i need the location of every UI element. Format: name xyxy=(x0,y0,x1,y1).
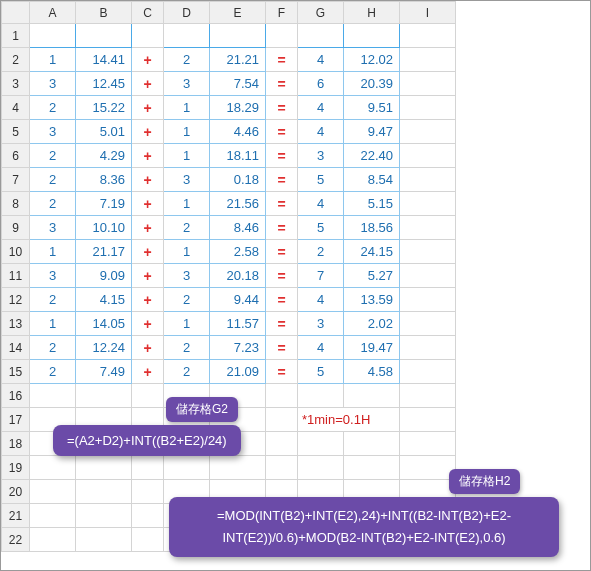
cell-hour[interactable]: 18.29 xyxy=(210,96,266,120)
cell-day[interactable]: 5 xyxy=(298,360,344,384)
cell-hour[interactable]: 9.44 xyxy=(210,288,266,312)
row-header[interactable]: 14 xyxy=(2,336,30,360)
cell[interactable] xyxy=(266,24,298,48)
cell-hour[interactable]: 5.15 xyxy=(344,192,400,216)
op-eq[interactable]: = xyxy=(266,72,298,96)
table-row[interactable]: 13 1 14.05 + 1 11.57 = 3 2.02 xyxy=(2,312,456,336)
hdr-G-day[interactable]: 天 xyxy=(298,24,344,48)
row-header[interactable]: 3 xyxy=(2,72,30,96)
cell-day[interactable]: 4 xyxy=(298,192,344,216)
op-plus[interactable]: + xyxy=(132,216,164,240)
cell-day[interactable]: 2 xyxy=(30,168,76,192)
op-eq[interactable]: = xyxy=(266,240,298,264)
row-header[interactable]: 9 xyxy=(2,216,30,240)
op-eq[interactable]: = xyxy=(266,96,298,120)
cell-hour[interactable]: 14.41 xyxy=(76,48,132,72)
cell-day[interactable]: 1 xyxy=(164,120,210,144)
row-header[interactable]: 19 xyxy=(2,456,30,480)
col-G[interactable]: G xyxy=(298,2,344,24)
hdr-E-hour[interactable]: 時 xyxy=(210,24,266,48)
cell-day[interactable]: 2 xyxy=(30,144,76,168)
cell-hour[interactable]: 2.58 xyxy=(210,240,266,264)
table-row[interactable]: 12 2 4.15 + 2 9.44 = 4 13.59 xyxy=(2,288,456,312)
cell[interactable] xyxy=(400,360,456,384)
cell-hour[interactable]: 7.54 xyxy=(210,72,266,96)
cell-day[interactable]: 2 xyxy=(164,336,210,360)
cell-day[interactable]: 1 xyxy=(30,240,76,264)
cell-day[interactable]: 1 xyxy=(164,312,210,336)
op-plus[interactable]: + xyxy=(132,360,164,384)
cell-day[interactable]: 4 xyxy=(298,96,344,120)
cell-day[interactable]: 2 xyxy=(164,216,210,240)
cell-day[interactable]: 3 xyxy=(30,216,76,240)
cell-hour[interactable]: 20.39 xyxy=(344,72,400,96)
cell[interactable] xyxy=(400,216,456,240)
cell-hour[interactable]: 9.51 xyxy=(344,96,400,120)
cell[interactable] xyxy=(400,336,456,360)
cell-hour[interactable]: 5.27 xyxy=(344,264,400,288)
cell-day[interactable]: 5 xyxy=(298,168,344,192)
cell-day[interactable]: 1 xyxy=(30,312,76,336)
cell[interactable] xyxy=(132,24,164,48)
op-eq[interactable]: = xyxy=(266,288,298,312)
table-row[interactable]: 2 1 14.41 + 2 21.21 = 4 12.02 xyxy=(2,48,456,72)
table-row[interactable]: 3 3 12.45 + 3 7.54 = 6 20.39 xyxy=(2,72,456,96)
op-plus[interactable]: + xyxy=(132,120,164,144)
row-header[interactable]: 18 xyxy=(2,432,30,456)
op-plus[interactable]: + xyxy=(132,144,164,168)
col-H[interactable]: H xyxy=(344,2,400,24)
cell-day[interactable]: 3 xyxy=(30,120,76,144)
cell-hour[interactable]: 21.56 xyxy=(210,192,266,216)
spreadsheet-grid[interactable]: A B C D E F G H I 1 天 時 天 時 天 時 2 1 14.4… xyxy=(1,1,456,552)
cell-hour[interactable]: 15.22 xyxy=(76,96,132,120)
hdr-B-hour[interactable]: 時 xyxy=(76,24,132,48)
col-D[interactable]: D xyxy=(164,2,210,24)
row-header[interactable]: 7 xyxy=(2,168,30,192)
row-header[interactable]: 16 xyxy=(2,384,30,408)
cell-day[interactable]: 2 xyxy=(30,288,76,312)
op-plus[interactable]: + xyxy=(132,288,164,312)
cell-hour[interactable]: 24.15 xyxy=(344,240,400,264)
cell-hour[interactable]: 21.09 xyxy=(210,360,266,384)
table-row[interactable]: 10 1 21.17 + 1 2.58 = 2 24.15 xyxy=(2,240,456,264)
op-eq[interactable]: = xyxy=(266,120,298,144)
col-A[interactable]: A xyxy=(30,2,76,24)
table-row[interactable]: 15 2 7.49 + 2 21.09 = 5 4.58 xyxy=(2,360,456,384)
note[interactable]: *1min=0.1H xyxy=(298,408,400,432)
cell-hour[interactable]: 13.59 xyxy=(344,288,400,312)
op-eq[interactable]: = xyxy=(266,312,298,336)
col-I[interactable]: I xyxy=(400,2,456,24)
cell-day[interactable]: 1 xyxy=(164,240,210,264)
row-header[interactable]: 22 xyxy=(2,528,30,552)
op-eq[interactable]: = xyxy=(266,360,298,384)
cell-hour[interactable]: 4.46 xyxy=(210,120,266,144)
cell-day[interactable]: 2 xyxy=(298,240,344,264)
op-eq[interactable]: = xyxy=(266,264,298,288)
row-header[interactable]: 10 xyxy=(2,240,30,264)
cell-day[interactable]: 2 xyxy=(164,360,210,384)
cell-hour[interactable]: 21.21 xyxy=(210,48,266,72)
cell-day[interactable]: 2 xyxy=(30,96,76,120)
col-C[interactable]: C xyxy=(132,2,164,24)
cell[interactable] xyxy=(400,24,456,48)
cell-hour[interactable]: 18.56 xyxy=(344,216,400,240)
cell-hour[interactable]: 0.18 xyxy=(210,168,266,192)
cell-hour[interactable]: 8.36 xyxy=(76,168,132,192)
cell-hour[interactable]: 2.02 xyxy=(344,312,400,336)
cell-hour[interactable]: 11.57 xyxy=(210,312,266,336)
op-eq[interactable]: = xyxy=(266,48,298,72)
row-header[interactable]: 15 xyxy=(2,360,30,384)
op-plus[interactable]: + xyxy=(132,336,164,360)
cell-hour[interactable]: 18.11 xyxy=(210,144,266,168)
cell-hour[interactable]: 22.40 xyxy=(344,144,400,168)
cell[interactable] xyxy=(400,192,456,216)
op-plus[interactable]: + xyxy=(132,168,164,192)
cell-day[interactable]: 7 xyxy=(298,264,344,288)
table-row[interactable]: 8 2 7.19 + 1 21.56 = 4 5.15 xyxy=(2,192,456,216)
op-eq[interactable]: = xyxy=(266,192,298,216)
table-row[interactable]: 14 2 12.24 + 2 7.23 = 4 19.47 xyxy=(2,336,456,360)
col-F[interactable]: F xyxy=(266,2,298,24)
cell-day[interactable]: 2 xyxy=(164,288,210,312)
row-header[interactable]: 20 xyxy=(2,480,30,504)
cell-day[interactable]: 3 xyxy=(30,72,76,96)
